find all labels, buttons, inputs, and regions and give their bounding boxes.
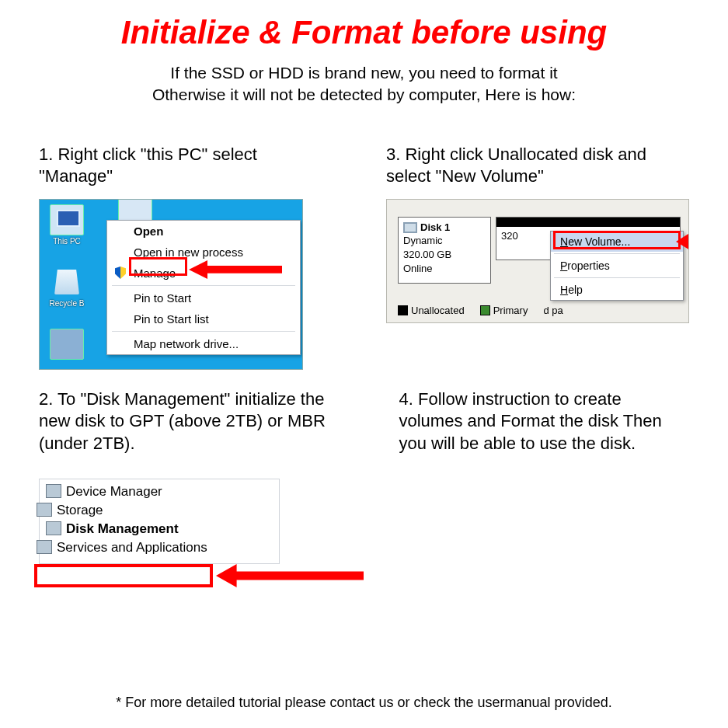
desktop-icon-generic[interactable] bbox=[46, 329, 88, 361]
legend: Unallocated Primary d pa bbox=[398, 305, 563, 316]
context-menu: Open Open in new process Manage Pin to S… bbox=[106, 220, 301, 355]
monitor-icon bbox=[50, 204, 84, 235]
menu-item-open[interactable]: Open bbox=[107, 221, 300, 242]
legend-swatch-icon bbox=[480, 305, 490, 315]
legend-label: Unallocated bbox=[411, 305, 465, 316]
menu-separator bbox=[112, 285, 295, 286]
page-title: Initialize & Format before using bbox=[0, 0, 728, 51]
step-1-text: 1. Right click "this PC" select "Manage" bbox=[39, 144, 316, 188]
step-4-text: 4. Follow instruction to create volumes … bbox=[399, 388, 690, 455]
screenshot-management-tree: Device Manager Storage Disk Management S… bbox=[39, 479, 280, 564]
desktop-icon-recycle-bin[interactable]: Recycle B bbox=[46, 266, 88, 308]
tree-item-device-manager[interactable]: Device Manager bbox=[43, 482, 276, 501]
tree-label: Disk Management bbox=[66, 521, 179, 536]
subtitle: If the SSD or HDD is brand new, you need… bbox=[0, 62, 728, 106]
legend-swatch-icon bbox=[398, 305, 408, 315]
arrow-left-icon bbox=[216, 564, 364, 587]
tree-item-storage[interactable]: Storage bbox=[43, 501, 276, 520]
menu-item-pin-start-list[interactable]: Pin to Start list bbox=[107, 308, 300, 329]
step-2-text: 2. To "Disk Management" initialize the n… bbox=[39, 388, 329, 455]
storage-icon bbox=[37, 503, 52, 517]
legend-cut-text: d pa bbox=[543, 305, 563, 316]
screenshot-desktop-context-menu: This PC Recycle B Open Open in new proce… bbox=[39, 199, 303, 370]
menu-item-help[interactable]: Help bbox=[551, 280, 683, 300]
device-manager-icon bbox=[46, 484, 61, 498]
unallocated-bar bbox=[496, 218, 680, 227]
legend-label: Primary bbox=[493, 305, 528, 316]
disk-icon bbox=[403, 222, 417, 233]
tree-label: Storage bbox=[57, 503, 103, 517]
disk-label: Disk 1 bbox=[420, 221, 450, 233]
disk-status: Online bbox=[403, 263, 433, 274]
recycle-bin-icon bbox=[50, 266, 84, 298]
folder-icon bbox=[50, 329, 84, 360]
highlight-box-icon bbox=[34, 564, 213, 587]
disk-type: Dynamic bbox=[403, 235, 443, 246]
menu-separator bbox=[554, 253, 680, 254]
menu-item-open-new-process[interactable]: Open in new process bbox=[107, 242, 300, 263]
tree-label: Device Manager bbox=[66, 484, 162, 499]
menu-separator bbox=[112, 331, 295, 332]
services-icon bbox=[37, 540, 52, 554]
menu-item-properties[interactable]: Properties bbox=[551, 256, 683, 276]
tree-label: Services and Applications bbox=[57, 540, 207, 555]
subtitle-line: If the SSD or HDD is brand new, you need… bbox=[170, 64, 557, 82]
desktop-icon-label: Recycle B bbox=[49, 299, 84, 308]
desktop-icon-label: This PC bbox=[53, 237, 81, 246]
footnote: * For more detailed tutorial please cont… bbox=[0, 695, 728, 711]
disk-management-icon bbox=[46, 521, 61, 535]
highlight-box-icon bbox=[553, 231, 681, 249]
disk-info-panel[interactable]: Disk 1 Dynamic 320.00 GB Online bbox=[398, 217, 491, 284]
menu-item-map-network-drive[interactable]: Map network drive... bbox=[107, 333, 300, 354]
screenshot-disk-management-volume: Disk 1 Dynamic 320.00 GB Online 320 Unal… bbox=[386, 199, 689, 323]
disk-size: 320.00 GB bbox=[403, 249, 451, 260]
desktop-icon-this-pc[interactable]: This PC bbox=[46, 204, 88, 246]
step-3-text: 3. Right click Unallocated disk and sele… bbox=[386, 144, 689, 188]
menu-separator bbox=[554, 277, 680, 278]
subtitle-line: Otherwise it will not be detected by com… bbox=[152, 85, 576, 103]
tree-item-disk-management[interactable]: Disk Management bbox=[43, 520, 276, 538]
menu-item-pin-start[interactable]: Pin to Start bbox=[107, 287, 300, 308]
tree-item-services[interactable]: Services and Applications bbox=[43, 538, 276, 557]
